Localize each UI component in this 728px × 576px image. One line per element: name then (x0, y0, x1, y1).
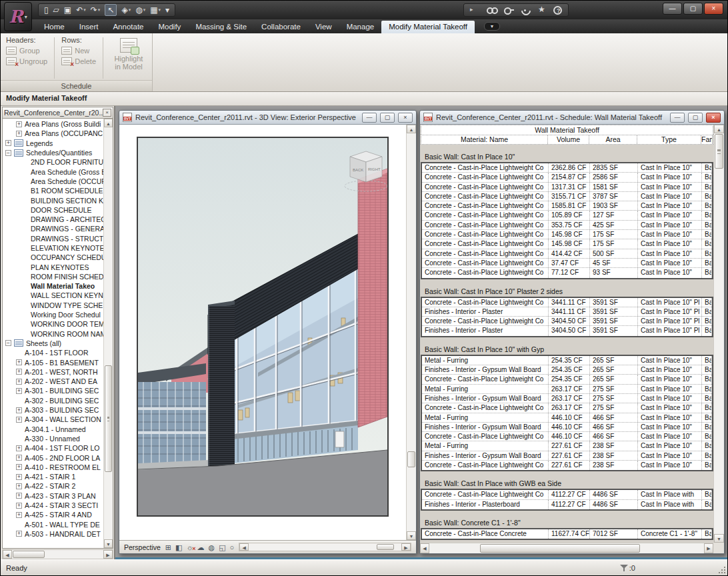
schedule-cell[interactable]: Concrete - Cast-in-Place Lightweight Co (422, 183, 549, 191)
schedule-cell[interactable]: Basi (702, 441, 712, 450)
schedule-cell[interactable]: Cast In Place 10" (638, 413, 702, 422)
subscription-center-icon[interactable] (503, 5, 514, 15)
schedule-cell[interactable]: Basi (702, 451, 712, 460)
tree-item[interactable]: DRAWING - ARCHITEC (3, 215, 103, 224)
schedule-cell[interactable]: 37.47 CF (549, 259, 590, 267)
schedule-cell[interactable]: Finishes - Interior - Plaster (422, 326, 549, 335)
schedule-cell[interactable]: 7012 SF (590, 529, 638, 539)
window-restore-icon[interactable]: ▢ (380, 113, 395, 123)
schedule-cell[interactable]: 446.10 CF (549, 423, 590, 431)
tree-item[interactable]: +A-301 - BUILDING SEC (3, 386, 103, 395)
schedule-cell[interactable]: 4112.27 CF (549, 490, 590, 499)
tab-manage[interactable]: Manage (339, 21, 382, 33)
schedule-cell[interactable]: 2586 SF (590, 173, 638, 181)
project-browser-horizontal-scrollbar[interactable]: ◀ ▶ (2, 549, 113, 559)
schedule-cell[interactable]: Basi (702, 385, 712, 393)
schedule-row[interactable]: Finishes - Interior - Gypsum Wall Board2… (422, 365, 712, 375)
tree-item[interactable]: WINDOW TYPE SCHE (3, 301, 103, 310)
schedule-cell[interactable]: Concrete - Cast-in-Place Lightweight Co (422, 403, 549, 412)
tree-item[interactable]: Working Door Schedul (3, 310, 103, 319)
3d-view-vertical-scrollbar[interactable]: ▲ ▼ (406, 125, 416, 540)
schedule-cell[interactable]: Concrete - Cast-in-Place Lightweight Co (422, 239, 549, 248)
expand-icon[interactable]: + (16, 369, 22, 375)
schedule-cell[interactable]: Concrete - Cast-in-Place Lightweight Co (422, 211, 549, 219)
schedule-cell[interactable]: Basi (702, 365, 712, 374)
schedule-group-header[interactable]: Basic Wall: Cast In Place with GWB ea Si… (421, 477, 713, 489)
schedule-cell[interactable]: Cast In Place 10" (638, 432, 702, 441)
schedule-row[interactable]: Concrete - Cast-in-Place Lightweight Co1… (422, 211, 712, 220)
schedule-cell[interactable]: 254.35 CF (549, 365, 590, 374)
schedule-cell[interactable]: 145.98 CF (549, 239, 590, 248)
expand-icon[interactable]: + (16, 531, 22, 537)
expand-icon[interactable]: + (16, 455, 22, 461)
schedule-cell[interactable]: Basi (702, 461, 712, 470)
tree-item[interactable]: +A-410 - RESTROOM EL (3, 463, 103, 472)
schedule-cell[interactable]: Concrete - Cast-in-Place Lightweight Co (422, 461, 549, 470)
collapse-icon[interactable]: − (5, 150, 11, 156)
application-menu-button[interactable]: R ▾ (4, 2, 32, 31)
schedule-row[interactable]: Concrete - Cast-in-Place Lightweight Co7… (422, 268, 712, 277)
resize-grip-icon[interactable] (719, 567, 725, 573)
schedule-cell[interactable]: Concrete - Cast-in-Place Lightweight Co (422, 192, 549, 201)
tree-item[interactable]: −Sheets (all) (3, 339, 103, 348)
chevron-down-icon[interactable]: ▾ (129, 5, 131, 15)
schedule-row[interactable]: Concrete - Cast-in-Place Lightweight Co3… (422, 259, 712, 268)
schedule-group-header[interactable]: Basic Wall: Cast In Place 10" (421, 151, 713, 162)
schedule-cell[interactable]: Basi (702, 317, 712, 325)
schedule-cell[interactable]: Metal - Furring (422, 385, 549, 393)
window-minimize-icon[interactable]: — (670, 113, 685, 123)
tab-annotate[interactable]: Annotate (105, 21, 151, 33)
schedule-row[interactable]: Finishes - Interior - Gypsum Wall Board4… (422, 423, 712, 432)
3d-view-window[interactable]: Revit_Conference_Center_r2011.rvt - 3D V… (119, 110, 417, 554)
schedule-cell[interactable]: 1903 SF (590, 201, 638, 210)
schedule-cell[interactable]: Concrete - Cast-in-Place Lightweight Co (422, 298, 549, 307)
expand-icon[interactable]: + (5, 140, 11, 146)
schedule-cell[interactable]: Concrete - Cast-in-Place Concrete (422, 529, 549, 539)
tree-item[interactable]: +A-104 - 1ST FLOOR (3, 348, 103, 357)
tree-item[interactable]: +Area Plans (Gross Buildi (3, 119, 103, 129)
schedule-cell[interactable]: 4112.27 CF (549, 500, 590, 509)
expand-icon[interactable]: + (16, 512, 22, 518)
schedule-cell[interactable]: 425 SF (590, 221, 638, 229)
schedule-cell[interactable]: Concrete - Cast-in-Place Lightweight Co (422, 375, 549, 383)
schedule-row[interactable]: Concrete - Cast-in-Place Lightweight Co4… (422, 490, 712, 499)
schedule-cell[interactable]: 11627.74 CF (549, 529, 590, 539)
schedule-cell[interactable]: Basi (702, 249, 712, 258)
default-3d-view-icon[interactable]: ◈▾ (121, 5, 131, 15)
scroll-up-icon[interactable]: ▲ (714, 125, 724, 133)
schedule-horizontal-scrollbar[interactable]: ◀ ▶ (420, 543, 713, 553)
schedule-row[interactable]: Concrete - Cast-in-Place Lightweight Co4… (422, 432, 712, 441)
expand-icon[interactable]: + (16, 464, 22, 470)
tab-modify[interactable]: Modify (151, 21, 189, 33)
schedule-cell[interactable]: Basi (702, 298, 712, 307)
schedule-cell[interactable]: Basi (702, 307, 712, 316)
tree-item[interactable]: +A-501 - WALL TYPE DE (3, 519, 103, 529)
tree-item[interactable]: PLAN KEYNOTES (3, 262, 103, 271)
schedule-cell[interactable]: 93 SF (590, 268, 638, 277)
schedule-cell[interactable]: Finishes - Interior - Gypsum Wall Board (422, 451, 549, 460)
chevron-down-icon[interactable]: ▾ (83, 5, 86, 15)
schedule-cell[interactable]: 275 SF (590, 403, 638, 412)
schedule-cell[interactable]: 3404.50 CF (549, 326, 590, 335)
schedule-cell[interactable]: Basi (702, 221, 712, 229)
customize-qat-icon[interactable]: ▾ (165, 5, 169, 15)
schedule-cell[interactable]: Concrete - Cast-in-Place Lightweight Co (422, 230, 549, 239)
schedule-cell[interactable]: Finishes - Interior - Plasterboard (422, 500, 549, 509)
schedule-cell[interactable]: 3155.71 CF (549, 192, 590, 201)
window-close-icon[interactable]: × (706, 113, 721, 123)
schedule-cell[interactable]: 1581 SF (590, 183, 638, 191)
schedule-cell[interactable]: Basi (702, 201, 712, 210)
expand-icon[interactable]: + (16, 379, 22, 385)
schedule-cell[interactable]: 145.98 CF (549, 230, 590, 239)
schedule-row[interactable]: Concrete - Cast-in-Place Lightweight Co3… (422, 192, 712, 201)
schedule-cell[interactable]: Basi (702, 183, 712, 191)
schedule-row[interactable]: Finishes - Interior - Plaster3404.50 CF3… (422, 326, 712, 335)
schedule-cell[interactable]: Cast In Place 10" (638, 268, 702, 277)
schedule-cell[interactable]: 3591 SF (590, 307, 638, 316)
schedule-cell[interactable]: 3591 SF (590, 298, 638, 307)
schedule-cell[interactable]: 446.10 CF (549, 413, 590, 422)
schedule-cell[interactable]: 275 SF (590, 385, 638, 393)
schedule-cell[interactable]: Metal - Furring (422, 441, 549, 450)
schedule-row[interactable]: Concrete - Cast-in-Place Lightweight Co1… (422, 230, 712, 239)
schedule-cell[interactable]: Cast In Place 10" (638, 211, 702, 219)
